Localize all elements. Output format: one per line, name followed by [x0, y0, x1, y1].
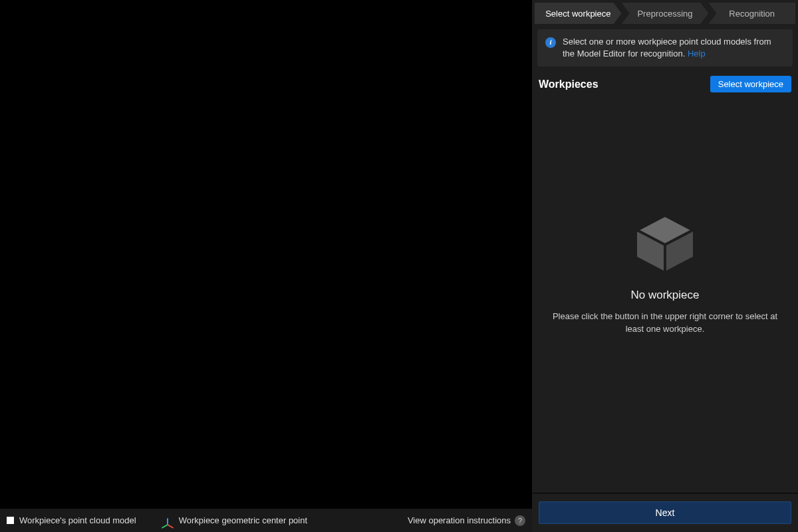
step-recognition[interactable]: Recognition: [708, 3, 795, 24]
view-operation-instructions[interactable]: View operation instructions ?: [408, 515, 525, 526]
empty-title: No workpiece: [631, 289, 700, 302]
info-text-wrap: Select one or more workpiece point cloud…: [563, 36, 785, 60]
empty-description: Please click the button in the upper rig…: [545, 310, 785, 336]
stepper: Select workpiece Preprocessing Recogniti…: [535, 3, 795, 24]
info-icon: i: [545, 37, 556, 48]
step-select-workpiece[interactable]: Select workpiece: [535, 3, 622, 24]
select-workpiece-button[interactable]: Select workpiece: [710, 76, 791, 92]
viewport-3d[interactable]: Workpiece's point cloud model Workpiece …: [0, 0, 532, 532]
legend-point-cloud: Workpiece's point cloud model: [7, 515, 136, 525]
legend-geom-center-label: Workpiece geometric center point: [179, 515, 307, 525]
axis-icon: [163, 515, 174, 526]
cube-icon: [632, 213, 698, 273]
workpieces-header: Workpieces Select workpiece: [532, 69, 798, 95]
view-ops-label: View operation instructions: [408, 515, 511, 525]
viewport-legend-bar: Workpiece's point cloud model Workpiece …: [0, 509, 532, 532]
right-panel: Select workpiece Preprocessing Recogniti…: [532, 0, 798, 532]
legend-swatch-white: [7, 517, 14, 524]
next-button[interactable]: Next: [539, 501, 791, 524]
workpieces-empty-state: No workpiece Please click the button in …: [532, 95, 798, 493]
legend-geom-center: Workpiece geometric center point: [163, 515, 307, 526]
info-banner: i Select one or more workpiece point clo…: [537, 29, 793, 66]
panel-footer: Next: [532, 493, 798, 532]
legend-point-cloud-label: Workpiece's point cloud model: [19, 515, 136, 525]
step-preprocessing[interactable]: Preprocessing: [622, 3, 709, 24]
workpieces-title: Workpieces: [539, 78, 598, 90]
help-circle-icon: ?: [515, 515, 525, 526]
help-link[interactable]: Help: [688, 49, 706, 59]
info-text: Select one or more workpiece point cloud…: [563, 37, 771, 59]
